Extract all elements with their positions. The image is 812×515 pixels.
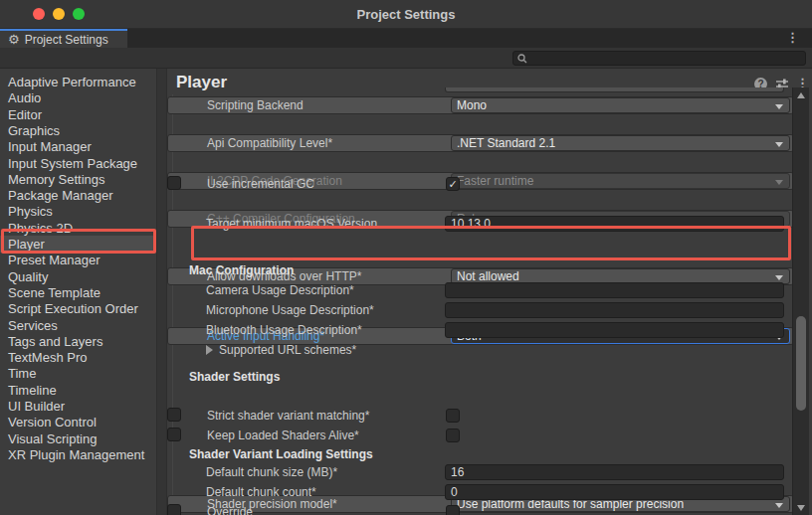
- chevron-down-icon: [775, 180, 783, 185]
- sidebar-item-visual-scripting[interactable]: Visual Scripting: [0, 430, 156, 447]
- row-scripting-backend: Scripting BackendMono: [167, 96, 794, 114]
- bluetooth-usage-description-field[interactable]: [445, 322, 784, 338]
- sidebar-item-time[interactable]: Time: [0, 365, 156, 382]
- search-input[interactable]: [530, 53, 789, 65]
- row-default-chunk-count: Default chunk count*0: [167, 484, 794, 502]
- setting-label: Camera Usage Description*: [206, 283, 354, 297]
- toolbar: [0, 48, 812, 69]
- sidebar-item-preset-manager[interactable]: Preset Manager: [0, 252, 156, 268]
- row-use-incremental-gc: Use incremental GC✓: [167, 176, 181, 190]
- keep-loaded-shaders-alive-checkbox[interactable]: [446, 429, 460, 442]
- microphone-usage-description-field[interactable]: [445, 302, 784, 318]
- player-settings-panel: Player ? ⋮ Scripting BackendMonoApi Comp…: [167, 69, 812, 515]
- row-override: Override: [167, 504, 181, 515]
- setting-label: Bluetooth Usage Description*: [206, 323, 362, 337]
- scroll-up-icon[interactable]: [797, 92, 805, 98]
- setting-label: Use incremental GC: [207, 178, 314, 191]
- titlebar: Project Settings: [0, 0, 812, 29]
- row-bluetooth-usage-description: Bluetooth Usage Description*: [167, 322, 794, 340]
- setting-label: Target minimum macOS Version: [206, 217, 377, 231]
- sidebar-item-input-manager[interactable]: Input Manager: [0, 138, 156, 155]
- sidebar-item-scene-template[interactable]: Scene Template: [0, 284, 156, 301]
- sidebar-item-version-control[interactable]: Version Control: [0, 414, 156, 430]
- setting-label: Default chunk size (MB)*: [206, 465, 337, 479]
- sidebar-item-script-execution-order[interactable]: Script Execution Order: [0, 300, 156, 317]
- target-minimum-macos-version-field[interactable]: 10.13.0: [445, 216, 784, 232]
- row-keep-loaded-shaders-alive: Keep Loaded Shaders Alive*: [167, 428, 181, 441]
- tab-bar: ⚙ Project Settings ⋮: [0, 29, 812, 48]
- sidebar-item-graphics[interactable]: Graphics: [0, 122, 156, 139]
- default-chunk-count-field[interactable]: 0: [445, 484, 784, 500]
- setting-label: Default chunk count*: [206, 485, 316, 499]
- row-mac-configuration: Mac Configuration: [167, 262, 794, 280]
- project-settings-window: Project Settings ⚙ Project Settings ⋮ Ad…: [0, 0, 812, 515]
- tab-more-icon[interactable]: ⋮: [786, 30, 799, 45]
- dropdown-value: Mono: [457, 98, 487, 112]
- setting-label[interactable]: Supported URL schemes*: [219, 343, 356, 357]
- setting-label: Keep Loaded Shaders Alive*: [207, 429, 359, 442]
- sidebar-item-player[interactable]: Player: [0, 236, 156, 253]
- setting-label: Strict shader variant matching*: [207, 410, 369, 423]
- override-checkbox[interactable]: [446, 505, 460, 515]
- sidebar-item-editor[interactable]: Editor: [0, 106, 156, 123]
- camera-usage-description-field[interactable]: [445, 282, 784, 298]
- scrollbar-thumb[interactable]: [796, 316, 806, 411]
- chevron-down-icon: [775, 142, 783, 147]
- window-title: Project Settings: [0, 7, 812, 22]
- dropdown-value: Faster runtime: [457, 174, 533, 188]
- setting-label: Microphone Usage Description*: [206, 303, 374, 317]
- chevron-down-icon: [775, 503, 783, 508]
- section-header: Shader Variant Loading Settings: [189, 447, 373, 461]
- gear-icon: ⚙: [8, 33, 20, 46]
- row-api-compatibility-level: Api Compatibility Level*.NET Standard 2.…: [167, 134, 794, 152]
- setting-label: Override: [207, 506, 253, 515]
- sidebar-item-xr-plugin-management[interactable]: XR Plugin Management: [0, 446, 156, 463]
- foldout-arrow-icon[interactable]: [206, 345, 213, 355]
- row-shader-settings: Shader Settings: [167, 369, 794, 387]
- row-supported-url-schemes: Supported URL schemes*: [167, 342, 794, 360]
- row-microphone-usage-description: Microphone Usage Description*: [167, 302, 794, 320]
- tab-label: Project Settings: [25, 33, 108, 47]
- setting-label: Api Compatibility Level*: [207, 136, 332, 150]
- vertical-scrollbar[interactable]: [792, 87, 809, 515]
- row-target-minimum-macos-version: Target minimum macOS Version10.13.0: [167, 216, 794, 234]
- cut-off-control: [445, 87, 784, 92]
- row-strict-shader-variant-matching: Strict shader variant matching*: [167, 408, 181, 422]
- sidebar-item-memory-settings[interactable]: Memory Settings: [0, 171, 156, 188]
- dropdown-value: .NET Standard 2.1: [457, 136, 555, 150]
- use-incremental-gc-checkbox[interactable]: ✓: [446, 177, 460, 191]
- chevron-down-icon: [775, 104, 783, 109]
- sidebar-item-input-system-package[interactable]: Input System Package: [0, 155, 156, 172]
- scripting-backend-dropdown[interactable]: Mono: [451, 97, 790, 113]
- sidebar-item-textmesh-pro[interactable]: TextMesh Pro: [0, 349, 156, 366]
- sidebar-item-package-manager[interactable]: Package Manager: [0, 187, 156, 204]
- row-default-chunk-size-mb: Default chunk size (MB)*16: [167, 464, 794, 482]
- sidebar-item-ui-builder[interactable]: UI Builder: [0, 398, 156, 415]
- search-box[interactable]: [512, 51, 806, 66]
- row-camera-usage-description: Camera Usage Description*: [167, 282, 794, 300]
- row-shader-variant-loading-settings: Shader Variant Loading Settings: [167, 446, 794, 464]
- tab-project-settings[interactable]: ⚙ Project Settings: [0, 29, 127, 48]
- scroll-down-icon[interactable]: [797, 505, 805, 511]
- sidebar-item-timeline[interactable]: Timeline: [0, 382, 156, 399]
- setting-label: Scripting Backend: [207, 98, 304, 112]
- sidebar-item-services[interactable]: Services: [0, 317, 156, 334]
- sidebar-item-physics-2d[interactable]: Physics 2D: [0, 220, 156, 237]
- api-compatibility-level-dropdown[interactable]: .NET Standard 2.1: [451, 135, 790, 151]
- section-header: Mac Configuration: [189, 263, 294, 277]
- sidebar-splitter[interactable]: [156, 69, 167, 515]
- section-header: Shader Settings: [189, 370, 280, 384]
- default-chunk-size-mb-field[interactable]: 16: [445, 464, 784, 480]
- sidebar-item-tags-and-layers[interactable]: Tags and Layers: [0, 333, 156, 350]
- sidebar-item-audio[interactable]: Audio: [0, 89, 156, 106]
- page-title: Player: [176, 73, 227, 92]
- search-icon: [517, 54, 527, 64]
- sidebar-item-physics[interactable]: Physics: [0, 203, 156, 220]
- sidebar-item-quality[interactable]: Quality: [0, 268, 156, 285]
- sidebar-item-adaptive-performance[interactable]: Adaptive Performance: [0, 74, 156, 90]
- il2cpp-code-generation-dropdown[interactable]: Faster runtime: [451, 173, 790, 189]
- settings-category-list: Adaptive PerformanceAudioEditorGraphicsI…: [0, 69, 156, 515]
- strict-shader-variant-matching-checkbox[interactable]: [446, 409, 460, 423]
